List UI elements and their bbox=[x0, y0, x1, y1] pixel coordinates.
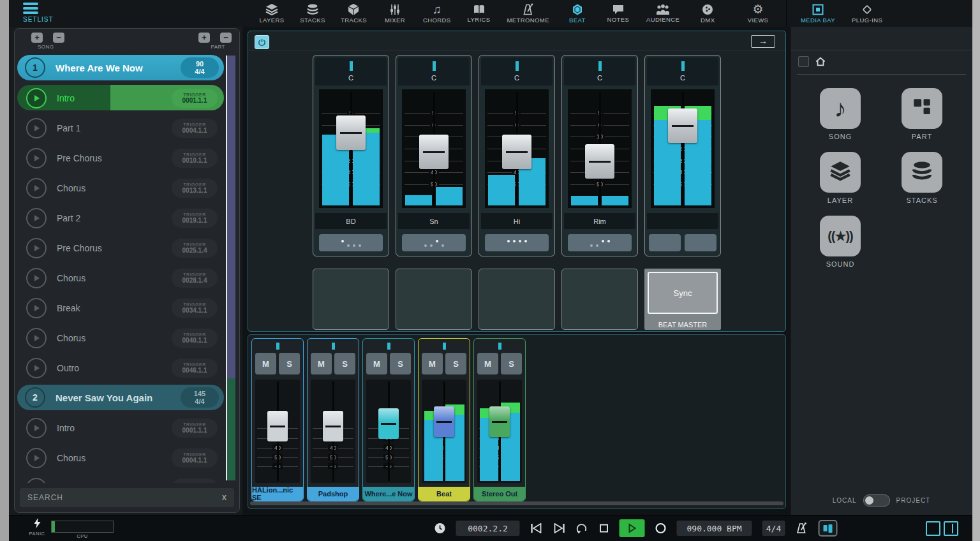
media-bay-checkbox[interactable] bbox=[798, 56, 809, 67]
fader-handle[interactable] bbox=[378, 408, 399, 439]
mute-button[interactable]: M bbox=[477, 353, 498, 374]
pads-view-button[interactable] bbox=[819, 520, 838, 537]
beat-fader-zone[interactable]: 501020304050 bbox=[402, 89, 466, 208]
metronome-icon[interactable] bbox=[796, 522, 808, 535]
beat-pad[interactable] bbox=[561, 269, 638, 330]
tab-notes[interactable]: NOTES bbox=[605, 4, 631, 23]
part-play-button[interactable] bbox=[26, 178, 47, 198]
trigger-badge[interactable]: TRIGGER0001.1.1 bbox=[172, 89, 218, 108]
beat-fader-zone[interactable]: 501020304050 bbox=[485, 89, 549, 208]
tab-lyrics[interactable]: LYRICS bbox=[466, 4, 492, 23]
part-row-chorus[interactable]: ChorusTRIGGER0040.1.1 bbox=[17, 323, 225, 353]
solo-button[interactable]: S bbox=[279, 353, 300, 374]
trigger-badge[interactable]: TRIGGER0046.1.1 bbox=[172, 359, 218, 378]
song-row-where-are-we-now[interactable]: 1Where Are We Now904/4 bbox=[17, 53, 225, 83]
pattern-button[interactable] bbox=[402, 234, 466, 251]
time-signature-display[interactable]: 4/4 bbox=[762, 521, 785, 536]
part-play-button[interactable] bbox=[26, 448, 47, 468]
tab-plug-ins[interactable]: PLUG-INS bbox=[852, 3, 882, 24]
beat-fader-zone[interactable]: 501020304050 bbox=[651, 89, 715, 208]
trigger-badge[interactable]: TRIGGER0025.1.4 bbox=[172, 239, 218, 258]
media-tile-song[interactable]: ♪ bbox=[820, 88, 861, 129]
search-clear-button[interactable]: X bbox=[222, 494, 226, 501]
mixer-fader-zone[interactable]: 20304050-∞ bbox=[422, 380, 466, 483]
beat-pad[interactable] bbox=[313, 269, 389, 330]
beat-master-button-2[interactable] bbox=[685, 234, 716, 251]
remove-part-button[interactable]: − bbox=[220, 33, 232, 43]
setlist-scrollbar[interactable] bbox=[226, 56, 235, 480]
tab-chords[interactable]: ♫CHORDS bbox=[423, 3, 451, 24]
mixer-fader-zone[interactable]: 20304050-∞ bbox=[477, 380, 522, 483]
trigger-badge[interactable]: TRIGGER0013.1.1 bbox=[172, 179, 218, 198]
trigger-badge[interactable]: TRIGGER0004.1.1 bbox=[172, 448, 218, 468]
part-play-button[interactable] bbox=[26, 418, 47, 438]
beat-expand-button[interactable]: → bbox=[751, 35, 775, 48]
panic-button[interactable]: PANIC bbox=[24, 518, 50, 537]
tab-metronome[interactable]: METRONOME bbox=[507, 3, 549, 24]
part-play-button[interactable] bbox=[26, 268, 47, 288]
remove-song-button[interactable]: − bbox=[53, 33, 64, 43]
part-row-intro[interactable]: IntroTRIGGER0001.1.1 bbox=[17, 83, 225, 113]
part-row-pre-chorus[interactable]: Pre ChorusTRIGGER0025.1.4 bbox=[17, 233, 225, 263]
part-row-chorus[interactable]: ChorusTRIGGER0028.1.4 bbox=[17, 263, 225, 293]
tempo-display[interactable]: 090.000 BPM bbox=[677, 521, 752, 536]
tab-views[interactable]: ⚙VIEWS bbox=[745, 3, 771, 24]
mute-button[interactable]: M bbox=[422, 353, 443, 374]
mixer-scrollbar[interactable] bbox=[250, 501, 783, 505]
trigger-badge[interactable]: TRIGGER0004.1.1 bbox=[172, 119, 218, 138]
part-play-button[interactable] bbox=[26, 478, 47, 484]
play-button[interactable] bbox=[620, 519, 645, 537]
part-play-button[interactable] bbox=[26, 328, 47, 348]
setlist-header[interactable]: SETLIST bbox=[23, 3, 100, 23]
beat-fader-zone[interactable]: 501020304050 bbox=[319, 89, 383, 208]
add-song-button[interactable]: + bbox=[31, 33, 43, 43]
skip-start-button[interactable] bbox=[530, 523, 543, 533]
media-tile-part[interactable] bbox=[902, 88, 942, 129]
part-play-button[interactable] bbox=[26, 358, 47, 378]
fader-handle[interactable] bbox=[489, 406, 510, 437]
media-tile-stacks[interactable] bbox=[902, 152, 942, 193]
mute-button[interactable]: M bbox=[255, 353, 276, 374]
skip-end-button[interactable] bbox=[553, 523, 566, 533]
tab-dmx[interactable]: DMX bbox=[695, 3, 720, 24]
trigger-badge[interactable]: TRIGGER bbox=[172, 478, 218, 484]
part-play-button[interactable] bbox=[26, 238, 47, 258]
tab-layers[interactable]: LAYERS bbox=[259, 3, 285, 24]
part-row-break[interactable]: BreakTRIGGER0034.1.1 bbox=[17, 293, 225, 323]
fader-handle[interactable] bbox=[267, 411, 288, 441]
tab-audience[interactable]: AUDIENCE bbox=[646, 4, 679, 23]
tab-media-bay[interactable]: MEDIA BAY bbox=[801, 3, 835, 24]
media-tile-layer[interactable] bbox=[820, 152, 861, 193]
pattern-button[interactable] bbox=[568, 234, 632, 251]
trigger-badge[interactable]: TRIGGER0028.1.4 bbox=[172, 269, 218, 288]
fader-handle[interactable] bbox=[323, 411, 343, 441]
trigger-badge[interactable]: TRIGGER0019.1.1 bbox=[172, 209, 218, 228]
part-play-button[interactable] bbox=[26, 118, 47, 138]
mute-button[interactable]: M bbox=[311, 353, 332, 374]
layout-right-button[interactable] bbox=[944, 521, 958, 536]
tab-tracks[interactable]: TRACKS bbox=[341, 3, 367, 24]
tab-mixer[interactable]: MIXER bbox=[382, 3, 408, 24]
beat-pad[interactable] bbox=[479, 269, 555, 330]
part-row-chorus[interactable]: ChorusTRIGGER0013.1.1 bbox=[17, 173, 225, 203]
solo-button[interactable]: S bbox=[501, 353, 522, 374]
trigger-badge[interactable]: TRIGGER0034.1.1 bbox=[172, 299, 218, 318]
mixer-fader-zone[interactable]: 20304050-∞ bbox=[366, 380, 411, 483]
mixer-fader-zone[interactable]: 20304050-∞ bbox=[255, 380, 300, 483]
stop-button[interactable] bbox=[599, 523, 609, 533]
local-project-toggle[interactable] bbox=[863, 494, 890, 507]
fader-handle[interactable] bbox=[585, 144, 614, 179]
pattern-button[interactable] bbox=[485, 234, 549, 251]
loop-button[interactable] bbox=[576, 522, 589, 534]
beat-master-button-1[interactable] bbox=[649, 234, 681, 251]
part-play-button[interactable] bbox=[26, 298, 47, 318]
song-row-never-saw-you-again[interactable]: 2Never Saw You Again1454/4 bbox=[17, 383, 225, 413]
part-row-part-1[interactable]: Part 1TRIGGER bbox=[17, 473, 225, 483]
solo-button[interactable]: S bbox=[390, 353, 411, 374]
beat-fader-zone[interactable]: 501020304050 bbox=[568, 89, 632, 208]
tab-stacks[interactable]: STACKS bbox=[300, 3, 325, 24]
part-row-intro[interactable]: IntroTRIGGER0001.1.1 bbox=[17, 413, 225, 443]
mixer-fader-zone[interactable]: 20304050-∞ bbox=[311, 380, 355, 483]
trigger-badge[interactable]: TRIGGER0010.1.1 bbox=[172, 149, 218, 168]
tab-beat[interactable]: BEAT bbox=[565, 3, 590, 24]
